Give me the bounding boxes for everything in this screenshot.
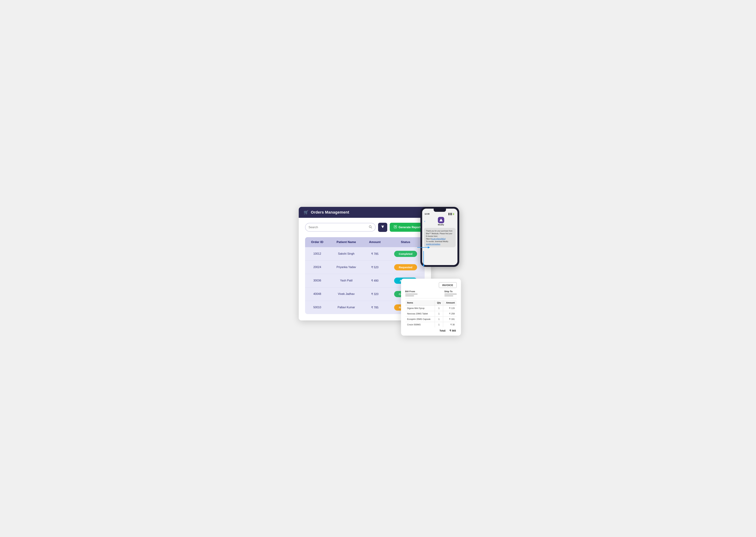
phone-app-info: Medify xyxy=(427,217,455,226)
phone-signal-icons: ▐▐▐ 🔋 xyxy=(448,213,455,215)
search-box[interactable] xyxy=(305,223,376,231)
invoice-item-qty: 1 xyxy=(435,311,443,316)
invoice-col-amount: Amount xyxy=(443,300,457,306)
invoice-addresses: Bill From Ship To xyxy=(405,290,457,297)
invoice-item-row: Nexovas 20MG Tablet1₹ 259 xyxy=(405,311,457,316)
invoice-title-row: INVOICE xyxy=(405,282,457,288)
cell-amount: ₹ 490 xyxy=(363,274,386,287)
report-icon xyxy=(394,225,397,229)
invoice-title: INVOICE xyxy=(439,282,457,288)
cell-amount: ₹ 785 xyxy=(363,247,386,261)
cell-order-id: 30036 xyxy=(305,274,330,287)
invoice-item-row: Ecospirin 20MG Capsule1₹ 161 xyxy=(405,316,457,322)
cell-patient-name: Pallavi Kumar xyxy=(330,301,363,314)
invoice-item-amount: ₹ 30 xyxy=(443,322,457,327)
cell-patient-name: Vivek Jadhav xyxy=(330,287,363,301)
table-row[interactable]: 20024Priyanka Yadav₹ 520Requested xyxy=(305,261,425,274)
search-input[interactable] xyxy=(309,226,367,229)
cell-status: Completed xyxy=(386,247,424,261)
col-amount: Amount xyxy=(363,237,386,247)
phone-screen: 12:00 ▐▐▐ 🔋 ‹ Medify Thank you for your … xyxy=(422,209,458,265)
generate-report-label: Generate Report xyxy=(399,226,420,229)
phone-app-name: Medify xyxy=(438,224,444,226)
app-title: Orders Management xyxy=(311,210,349,215)
svg-point-0 xyxy=(369,226,371,228)
phone-header: ‹ Medify xyxy=(422,216,458,227)
bill-from-label: Bill From xyxy=(405,290,418,293)
ship-to-section: Ship To xyxy=(444,290,457,297)
bill-from-line2 xyxy=(405,295,414,297)
phone-notch xyxy=(434,209,446,212)
invoice-total-row: Total: ₹ 565 xyxy=(405,329,457,332)
total-label: Total: xyxy=(439,329,446,332)
bill-from-section: Bill From xyxy=(405,290,418,297)
table-row[interactable]: 10012Sakshi Singh₹ 785Completed xyxy=(305,247,425,261)
invoice-item-qty: 1 xyxy=(435,316,443,322)
ship-to-label: Ship To xyxy=(444,290,457,293)
app-header: 🛒 Orders Management xyxy=(299,207,431,218)
cell-amount: ₹ 785 xyxy=(363,301,386,314)
cell-order-id: 20024 xyxy=(305,261,330,274)
total-value: ₹ 565 xyxy=(450,329,456,332)
invoice-item-qty: 1 xyxy=(435,306,443,311)
reorder-link[interactable]: onelink.to/mednex xyxy=(426,243,440,245)
ship-to-line2 xyxy=(444,295,453,297)
invoice-items-table: Items Qty Amount Digene Mint Syrup1₹ 115… xyxy=(405,300,457,327)
search-icon xyxy=(369,225,372,229)
table-header-row: Order ID Patient Name Amount Status xyxy=(305,237,425,247)
ship-to-line1 xyxy=(444,293,457,295)
phone-mockup: 12:00 ▐▐▐ 🔋 ‹ Medify Thank you for your … xyxy=(420,207,459,267)
cart-icon: 🛒 xyxy=(304,210,308,215)
cell-patient-name: Yash Patil xyxy=(330,274,363,287)
toolbar: Generate Report xyxy=(305,223,425,232)
cell-patient-name: Priyanka Yadav xyxy=(330,261,363,274)
invoice-item-amount: ₹ 161 xyxy=(443,316,457,322)
col-patient-name: Patient Name xyxy=(330,237,363,247)
generate-report-button[interactable]: Generate Report xyxy=(390,223,424,232)
invoice-header-row: Items Qty Amount xyxy=(405,300,457,306)
invoice-item-row: Digene Mint Syrup1₹ 115 xyxy=(405,306,457,311)
cell-order-id: 50010 xyxy=(305,301,330,314)
invoice-item-name: Ecospirin 20MG Capsule xyxy=(405,316,435,322)
cell-amount: ₹ 320 xyxy=(363,287,386,301)
bill-from-line1 xyxy=(405,293,418,295)
invoice-link[interactable]: //cutt.ly/0wg3NEof xyxy=(431,238,446,240)
cell-patient-name: Sakshi Singh xyxy=(330,247,363,261)
invoice-item-amount: ₹ 115 xyxy=(443,306,457,311)
status-badge: Requested xyxy=(394,264,417,270)
status-badge: Completed xyxy=(394,251,417,257)
svg-marker-4 xyxy=(439,218,442,221)
filter-icon xyxy=(381,225,385,229)
col-order-id: Order ID xyxy=(305,237,330,247)
phone-message-bubble: Thank you for your purchase from Bha*** … xyxy=(424,228,456,247)
invoice-item-amount: ₹ 259 xyxy=(443,311,457,316)
cell-amount: ₹ 520 xyxy=(363,261,386,274)
invoice-item-name: Nexovas 20MG Tablet xyxy=(405,311,435,316)
svg-line-1 xyxy=(371,227,372,228)
cell-status: Requested xyxy=(386,261,424,274)
cell-order-id: 10012 xyxy=(305,247,330,261)
col-status: Status xyxy=(386,237,424,247)
invoice-col-items: Items xyxy=(405,300,435,306)
invoice-col-qty: Qty xyxy=(435,300,443,306)
invoice-item-name: Digene Mint Syrup xyxy=(405,306,435,311)
medify-app-icon xyxy=(438,217,444,223)
filter-button[interactable] xyxy=(378,223,387,232)
phone-time: 12:00 xyxy=(425,213,430,215)
back-arrow-icon[interactable]: ‹ xyxy=(424,219,425,223)
phone-status-bar: 12:00 ▐▐▐ 🔋 xyxy=(422,212,458,216)
cell-order-id: 40048 xyxy=(305,287,330,301)
invoice-item-qty: 1 xyxy=(435,322,443,327)
invoice-item-row: Crocin 500MG1₹ 30 xyxy=(405,322,457,327)
invoice-panel: INVOICE Bill From Ship To Items Qty Amou… xyxy=(401,279,461,336)
invoice-item-name: Crocin 500MG xyxy=(405,322,435,327)
